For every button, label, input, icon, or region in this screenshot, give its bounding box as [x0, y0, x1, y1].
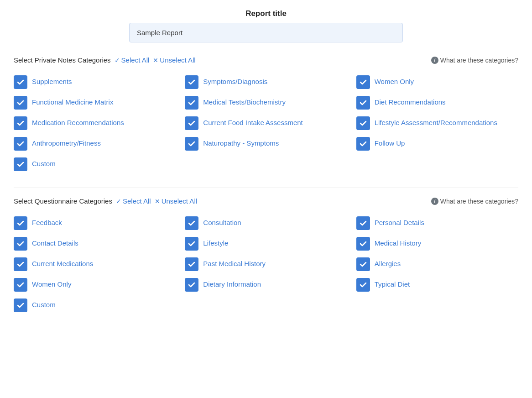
checkbox-women-only-1[interactable] [356, 75, 370, 89]
checkbox-item-women-only-q[interactable]: Women Only [14, 278, 176, 292]
questionnaire-unselect-all[interactable]: ✕ Unselect All [155, 197, 197, 205]
checkbox-contact-details[interactable] [14, 237, 27, 251]
private-notes-section: Select Private Notes Categories ✓ Select… [14, 56, 518, 171]
private-notes-title: Select Private Notes Categories [14, 56, 111, 64]
checkbox-medication-recommendations[interactable] [14, 116, 27, 130]
checkbox-label-medical-history: Medical History [375, 236, 422, 248]
checkbox-naturopathy[interactable] [185, 137, 198, 151]
checkbox-lifestyle-assessment[interactable] [356, 116, 370, 130]
checkbox-lifestyle-q[interactable] [185, 237, 198, 251]
checkbox-label-lifestyle-q: Lifestyle [203, 236, 228, 248]
checkbox-item-consultation[interactable]: Consultation [185, 216, 347, 230]
checkbox-label-functional-medicine: Functional Medicine Matrix [32, 95, 113, 107]
checkbox-past-medical-history[interactable] [185, 257, 198, 271]
checkbox-item-typical-diet[interactable]: Typical Diet [356, 278, 518, 292]
checkbox-item-personal-details[interactable]: Personal Details [356, 216, 518, 230]
checkbox-typical-diet[interactable] [356, 278, 370, 292]
checkbox-label-dietary-information: Dietary Information [203, 278, 261, 289]
checkbox-item-medical-history[interactable]: Medical History [356, 236, 518, 251]
checkbox-feedback[interactable] [14, 216, 27, 230]
checkbox-item-past-medical-history[interactable]: Past Medical History [185, 257, 347, 271]
private-notes-select-all[interactable]: ✓ Select All [115, 56, 150, 64]
questionnaire-header: Select Questionnaire Categories ✓ Select… [14, 197, 518, 208]
checkbox-item-dietary-information[interactable]: Dietary Information [185, 278, 347, 292]
checkbox-label-allergies: Allergies [375, 257, 401, 268]
checkbox-item-current-food-intake[interactable]: Current Food Intake Assessment [185, 116, 347, 130]
checkbox-follow-up[interactable] [356, 137, 370, 151]
x-icon: ✕ [153, 57, 158, 64]
checkbox-label-lifestyle-assessment: Lifestyle Assessment/Recommendations [375, 116, 497, 127]
checkbox-item-current-medications[interactable]: Current Medications [14, 257, 176, 271]
checkbox-label-personal-details: Personal Details [375, 216, 424, 227]
info-icon: i [431, 198, 438, 205]
checkbox-diet-recommendations[interactable] [356, 96, 370, 110]
checkmark-icon: ✓ [116, 198, 121, 205]
checkbox-item-feedback[interactable]: Feedback [14, 216, 176, 230]
private-notes-unselect-all[interactable]: ✕ Unselect All [153, 56, 195, 64]
checkbox-dietary-information[interactable] [185, 278, 198, 292]
checkmark-icon: ✓ [115, 57, 120, 64]
checkbox-label-women-only-1: Women Only [375, 75, 414, 86]
private-notes-grid: Supplements Symptoms/Diagnosis Women Onl… [14, 75, 518, 171]
checkbox-label-symptoms-diagnosis: Symptoms/Diagnosis [203, 75, 267, 86]
checkbox-supplements[interactable] [14, 75, 27, 89]
questionnaire-select-all[interactable]: ✓ Select All [116, 197, 151, 205]
checkbox-item-lifestyle-q[interactable]: Lifestyle [185, 236, 347, 251]
checkbox-current-medications[interactable] [14, 257, 27, 271]
checkbox-label-feedback: Feedback [32, 216, 62, 227]
checkbox-label-custom-q: Custom [32, 298, 56, 309]
checkbox-label-past-medical-history: Past Medical History [203, 257, 266, 268]
checkbox-item-follow-up[interactable]: Follow Up [356, 136, 518, 151]
checkbox-label-current-food-intake: Current Food Intake Assessment [203, 116, 303, 127]
checkbox-anthropometry[interactable] [14, 137, 27, 151]
info-icon: i [431, 57, 438, 64]
checkbox-item-naturopathy[interactable]: Naturopathy - Symptoms [185, 136, 347, 151]
checkbox-item-medication-recommendations[interactable]: Medication Recommendations [14, 116, 176, 130]
checkbox-label-women-only-q: Women Only [32, 278, 71, 289]
checkbox-item-custom-q[interactable]: Custom [14, 298, 176, 312]
checkbox-label-typical-diet: Typical Diet [375, 278, 410, 289]
checkbox-allergies[interactable] [356, 257, 370, 271]
checkbox-label-follow-up: Follow Up [375, 136, 405, 148]
report-title-label: Report title [245, 9, 287, 18]
checkbox-medical-history[interactable] [356, 237, 370, 251]
checkbox-item-diet-recommendations[interactable]: Diet Recommendations [356, 95, 518, 110]
report-title-input[interactable] [129, 23, 403, 42]
checkbox-item-lifestyle-assessment[interactable]: Lifestyle Assessment/Recommendations [356, 116, 518, 130]
checkbox-item-women-only-1[interactable]: Women Only [356, 75, 518, 89]
checkbox-functional-medicine[interactable] [14, 96, 27, 110]
checkbox-current-food-intake[interactable] [185, 116, 198, 130]
x-icon: ✕ [155, 198, 160, 205]
checkbox-item-symptoms-diagnosis[interactable]: Symptoms/Diagnosis [185, 75, 347, 89]
checkbox-item-supplements[interactable]: Supplements [14, 75, 176, 89]
checkbox-women-only-q[interactable] [14, 278, 27, 292]
private-notes-what-are[interactable]: i What are these categories? [431, 57, 518, 64]
checkbox-custom-q[interactable] [14, 298, 27, 312]
checkbox-label-consultation: Consultation [203, 216, 241, 227]
checkbox-item-allergies[interactable]: Allergies [356, 257, 518, 271]
checkbox-item-contact-details[interactable]: Contact Details [14, 236, 176, 251]
questionnaire-header-left: Select Questionnaire Categories ✓ Select… [14, 197, 197, 205]
checkbox-label-supplements: Supplements [32, 75, 72, 86]
checkbox-item-custom-1[interactable]: Custom [14, 157, 176, 171]
checkbox-label-current-medications: Current Medications [32, 257, 93, 268]
checkbox-personal-details[interactable] [356, 216, 370, 230]
questionnaire-title: Select Questionnaire Categories [14, 197, 112, 205]
checkbox-label-medical-tests: Medical Tests/Biochemistry [203, 95, 286, 107]
checkbox-medical-tests[interactable] [185, 96, 198, 110]
checkbox-consultation[interactable] [185, 216, 198, 230]
private-notes-header: Select Private Notes Categories ✓ Select… [14, 56, 518, 67]
checkbox-item-medical-tests[interactable]: Medical Tests/Biochemistry [185, 95, 347, 110]
checkbox-item-functional-medicine[interactable]: Functional Medicine Matrix [14, 95, 176, 110]
checkbox-label-contact-details: Contact Details [32, 236, 78, 248]
checkbox-item-anthropometry[interactable]: Anthropometry/Fitness [14, 136, 176, 151]
questionnaire-section: Select Questionnaire Categories ✓ Select… [14, 197, 518, 312]
checkbox-label-custom-1: Custom [32, 157, 56, 168]
checkbox-custom-1[interactable] [14, 157, 27, 171]
questionnaire-grid: Feedback Consultation Personal Details C… [14, 216, 518, 312]
checkbox-symptoms-diagnosis[interactable] [185, 75, 198, 89]
checkbox-label-anthropometry: Anthropometry/Fitness [32, 136, 101, 148]
questionnaire-what-are[interactable]: i What are these categories? [431, 198, 518, 205]
checkbox-label-diet-recommendations: Diet Recommendations [375, 95, 446, 107]
checkbox-label-naturopathy: Naturopathy - Symptoms [203, 136, 279, 148]
